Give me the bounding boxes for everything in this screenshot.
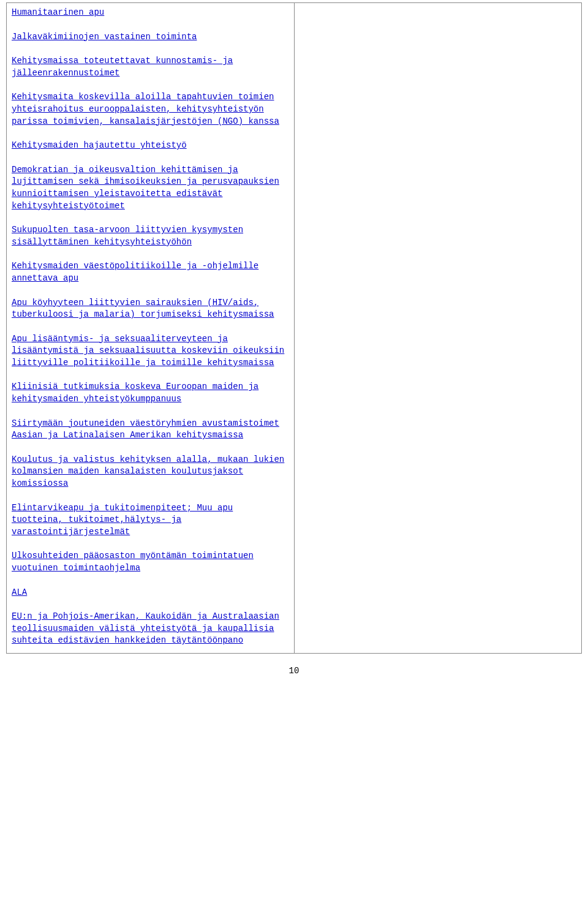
link-kunnostamis[interactable]: Kehitysmaissa toteutettavat kunnostamis-… — [12, 56, 233, 78]
link-sukupuolten-tasa-arvo[interactable]: Sukupuolten tasa-arvoon liittyvien kysym… — [12, 225, 243, 247]
link-elintarvikeapu[interactable]: Elintarvikeapu ja tukitoimenpiteet; Muu … — [12, 503, 233, 537]
link-yhteisrahoitus-ngo[interactable]: Kehitysmaita koskevilla aloilla tapahtuv… — [12, 92, 279, 126]
link-ala[interactable]: ALA — [12, 587, 27, 597]
link-vaestopolitiikka[interactable]: Kehitysmaiden väestöpolitiikoille ja -oh… — [12, 261, 258, 283]
link-demokratia-ihmisoikeudet[interactable]: Demokratian ja oikeusvaltion kehittämise… — [12, 165, 279, 211]
content-table: Humanitaarinen apu Jalkaväkimiinojen vas… — [6, 2, 582, 654]
link-ulkosuhteet-toimintaohjelma[interactable]: Ulkosuhteiden pääosaston myöntämän toimi… — [12, 551, 254, 573]
link-seksuaaliterveys[interactable]: Apu lisääntymis- ja seksuaaliterveyteen … — [12, 334, 284, 368]
link-koyhyys-sairaudet[interactable]: Apu köyhyyteen liittyvien sairauksien (H… — [12, 298, 274, 320]
link-siirtymaan-joutuneet[interactable]: Siirtymään joutuneiden väestöryhmien avu… — [12, 418, 279, 440]
link-humanitaarinen-apu[interactable]: Humanitaarinen apu — [12, 7, 104, 17]
link-jalkavakimiinojen[interactable]: Jalkaväkimiinojen vastainen toiminta — [12, 32, 197, 42]
link-koulutus-valistus[interactable]: Koulutus ja valistus kehityksen alalla, … — [12, 455, 284, 488]
left-column: Humanitaarinen apu Jalkaväkimiinojen vas… — [7, 3, 295, 654]
right-column — [294, 3, 582, 654]
link-eu-teollisuusmaat[interactable]: EU:n ja Pohjois-Amerikan, Kaukoidän ja A… — [12, 611, 279, 645]
page-container: Humanitaarinen apu Jalkaväkimiinojen vas… — [0, 0, 588, 694]
page-number: 10 — [6, 666, 582, 676]
link-kliiniset-tutkimukset[interactable]: Kliinisiä tutkimuksia koskeva Euroopan m… — [12, 382, 258, 404]
link-hajautettu-yhteistyo[interactable]: Kehitysmaiden hajautettu yhteistyö — [12, 140, 187, 150]
